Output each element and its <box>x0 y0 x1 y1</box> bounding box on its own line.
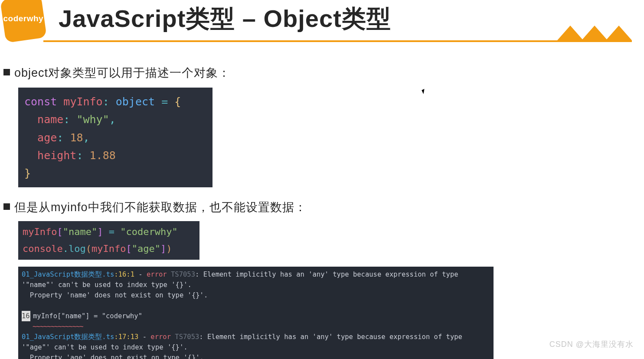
bullet-marker <box>3 203 10 210</box>
op: = <box>103 226 120 237</box>
brace: } <box>24 167 31 180</box>
ident: console <box>23 243 63 254</box>
kw-const: const <box>24 95 57 108</box>
t-code: TS7053 <box>171 333 199 341</box>
t-src: myInfo["name"] = "coderwhy" <box>33 312 142 320</box>
ident: myInfo <box>23 226 57 237</box>
t-err: error <box>150 333 171 341</box>
prop-name: name <box>37 113 63 126</box>
page-title: JavaScript类型 – Object类型 <box>59 3 391 36</box>
punct: ) <box>166 243 172 254</box>
punct: , <box>109 113 116 126</box>
t-gutter: 16 <box>22 311 30 321</box>
fn-log: log <box>69 243 86 254</box>
punct: ] <box>160 243 166 254</box>
bullet-marker <box>3 69 10 75</box>
str-why: "why" <box>76 113 109 126</box>
bullet-1: object对象类型可以用于描述一个对象： <box>3 65 635 81</box>
prop-age: age <box>37 131 57 144</box>
t-detail: Property 'age' does not exist on type '{… <box>22 354 204 359</box>
t-sep: - <box>134 271 147 278</box>
punct: [ <box>57 226 62 237</box>
punct: [ <box>126 243 131 254</box>
logo-badge: coderwhy <box>0 0 47 43</box>
num-18: 18 <box>70 131 83 144</box>
t-code: TS7053 <box>167 271 195 278</box>
punct: ] <box>97 226 103 237</box>
t-loc: :17:13 <box>114 333 138 341</box>
type-object: object <box>116 95 155 108</box>
slide-content: object对象类型可以用于描述一个对象： const myInfo: obje… <box>3 65 635 359</box>
op-eq: = <box>161 95 168 108</box>
str: "name" <box>63 226 97 237</box>
ident: myInfo <box>92 243 126 254</box>
punct: , <box>83 131 90 144</box>
t-detail: Property 'name' does not exist on type '… <box>22 291 208 299</box>
str: "age" <box>132 243 160 254</box>
title-underline <box>43 40 632 42</box>
num-188: 1.88 <box>90 149 116 162</box>
t-loc: :16:1 <box>114 271 134 278</box>
punct: ( <box>86 243 92 254</box>
punct: : <box>57 131 63 144</box>
code-block-1: const myInfo: object = { name: "why", ag… <box>18 88 212 187</box>
punct: : <box>63 113 70 126</box>
code-block-2: myInfo["name"] = "coderwhy" console.log(… <box>18 221 199 260</box>
bullet-2: 但是从myinfo中我们不能获取数据，也不能设置数据： <box>3 199 635 215</box>
watermark: CSDN @大海里没有水 <box>549 339 634 349</box>
prop-height: height <box>37 149 76 162</box>
t-err: error <box>147 271 167 278</box>
t-file: 01_JavaScript数据类型.ts <box>22 271 114 278</box>
punct: : <box>76 149 83 162</box>
terminal-output: 01_JavaScript数据类型.ts:16:1 - error TS7053… <box>18 267 494 359</box>
punct: . <box>63 243 69 254</box>
bullet-1-text: object对象类型可以用于描述一个对象： <box>14 65 230 81</box>
brace: { <box>174 95 181 108</box>
logo-text: coderwhy <box>3 14 44 23</box>
triangle-decoration <box>559 26 632 40</box>
ident-myinfo: myInfo <box>63 95 102 108</box>
t-file: 01_JavaScript数据类型.ts <box>22 333 114 341</box>
t-wave: ~~~~~~~~~~~~~~ <box>22 323 83 330</box>
punct: : <box>103 95 109 108</box>
t-sep: - <box>138 333 150 341</box>
bullet-2-text: 但是从myinfo中我们不能获取数据，也不能设置数据： <box>14 199 307 215</box>
str: "coderwhy" <box>120 226 177 237</box>
